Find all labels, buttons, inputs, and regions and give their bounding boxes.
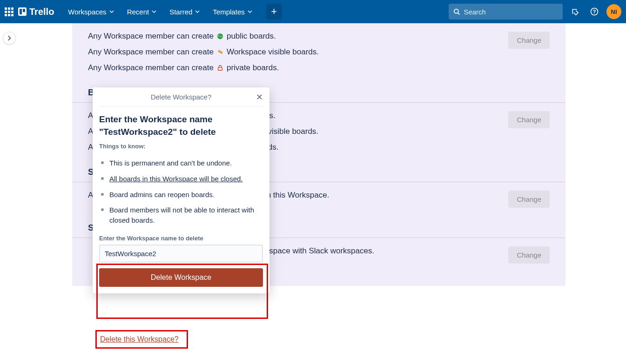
create-button[interactable]: + bbox=[266, 4, 282, 20]
setting-line: Any Workspace member can create public b… bbox=[88, 32, 319, 41]
svg-point-5 bbox=[218, 50, 221, 53]
nav-workspaces[interactable]: Workspaces bbox=[62, 4, 119, 20]
setting-line: Any Workspace member can create Workspac… bbox=[88, 47, 319, 57]
change-button[interactable]: Change bbox=[508, 191, 550, 208]
chevron-down-icon bbox=[195, 9, 200, 14]
user-avatar[interactable]: NI bbox=[606, 4, 621, 19]
popover-list-item: Board members will not be able to intera… bbox=[99, 202, 263, 228]
nav-templates[interactable]: Templates bbox=[207, 4, 257, 20]
chevron-down-icon bbox=[248, 9, 252, 14]
private-icon bbox=[216, 64, 224, 72]
popover-list-item: Board admins can reopen boards. bbox=[99, 187, 263, 203]
svg-rect-7 bbox=[218, 67, 222, 70]
trello-logo-text: Trello bbox=[29, 7, 54, 17]
popover-instruction: Enter the Workspace name "TestWorkspace2… bbox=[99, 113, 263, 138]
popover-subtitle: Things to know: bbox=[99, 143, 263, 150]
change-button[interactable]: Change bbox=[508, 111, 550, 128]
svg-line-1 bbox=[458, 13, 460, 15]
search-input[interactable] bbox=[464, 8, 558, 16]
apps-switcher-icon[interactable] bbox=[5, 7, 13, 16]
close-icon[interactable]: ✕ bbox=[256, 92, 263, 102]
search-box[interactable] bbox=[449, 4, 563, 20]
chevron-down-icon bbox=[109, 9, 114, 14]
popover-list-item: This is permanent and can't be undone. bbox=[99, 155, 263, 171]
trello-logo[interactable]: Trello bbox=[18, 7, 54, 17]
popover-title: Delete Workspace? bbox=[151, 93, 212, 101]
popover-list-item: All boards in this Workspace will be clo… bbox=[99, 171, 263, 187]
delete-workspace-popover: Delete Workspace? ✕ Enter the Workspace … bbox=[93, 87, 269, 293]
expand-sidebar-button[interactable] bbox=[3, 32, 16, 45]
chevron-right-icon bbox=[7, 35, 12, 41]
workspace-name-input[interactable] bbox=[99, 245, 263, 263]
nav-starred[interactable]: Starred bbox=[164, 4, 205, 20]
help-icon[interactable]: ? bbox=[587, 4, 602, 19]
notifications-icon[interactable] bbox=[567, 4, 582, 19]
chevron-down-icon bbox=[152, 9, 156, 14]
public-icon bbox=[216, 33, 224, 40]
trello-logo-icon bbox=[18, 7, 27, 16]
change-button[interactable]: Change bbox=[508, 32, 550, 49]
top-navbar: Trello Workspaces Recent Starred Templat… bbox=[0, 0, 626, 23]
change-button[interactable]: Change bbox=[508, 246, 550, 264]
svg-point-0 bbox=[454, 9, 458, 13]
popover-input-label: Enter the Workspace name to delete bbox=[99, 235, 263, 242]
setting-line: Any Workspace member can create private … bbox=[88, 63, 319, 73]
svg-text:?: ? bbox=[593, 9, 596, 14]
svg-point-6 bbox=[220, 51, 222, 53]
delete-workspace-link[interactable]: Delete this Workspace? bbox=[100, 335, 179, 344]
workspace-icon bbox=[216, 48, 224, 56]
delete-workspace-button[interactable]: Delete Workspace bbox=[99, 268, 263, 287]
search-icon bbox=[453, 8, 460, 15]
nav-recent[interactable]: Recent bbox=[121, 4, 162, 20]
